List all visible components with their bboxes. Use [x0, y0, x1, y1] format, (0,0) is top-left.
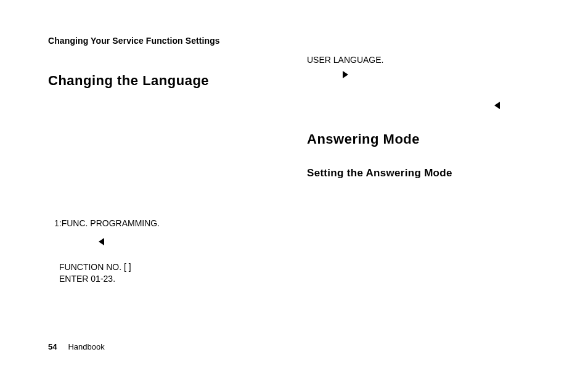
page-footer: 54Handbook: [48, 342, 105, 351]
left-column: Changing the Language 1:FUNC. PROGRAMMIN…: [48, 73, 282, 89]
lcd-text-func-programming: 1:FUNC. PROGRAMMING.: [54, 218, 160, 229]
lcd-line-function-no: FUNCTION NO. [ ]: [59, 261, 131, 273]
heading-setting-answering-mode: Setting the Answering Mode: [307, 167, 541, 179]
heading-changing-language: Changing the Language: [48, 73, 282, 89]
page-number: 54: [48, 342, 57, 351]
right-arrow-icon: [343, 71, 541, 78]
right-column: USER LANGUAGE. Answering Mode Setting th…: [307, 54, 541, 179]
document-page: Changing Your Service Function Settings …: [0, 0, 588, 381]
left-arrow-icon: [99, 237, 104, 248]
book-title: Handbook: [68, 342, 104, 351]
lcd-line-enter-range: ENTER 01-23.: [59, 273, 131, 285]
heading-answering-mode: Answering Mode: [307, 131, 541, 147]
lcd-text-user-language: USER LANGUAGE.: [307, 54, 541, 66]
lcd-text-function-no: FUNCTION NO. [ ] ENTER 01-23.: [59, 261, 131, 285]
left-arrow-icon: [494, 102, 541, 109]
running-header: Changing Your Service Function Settings: [48, 36, 220, 46]
